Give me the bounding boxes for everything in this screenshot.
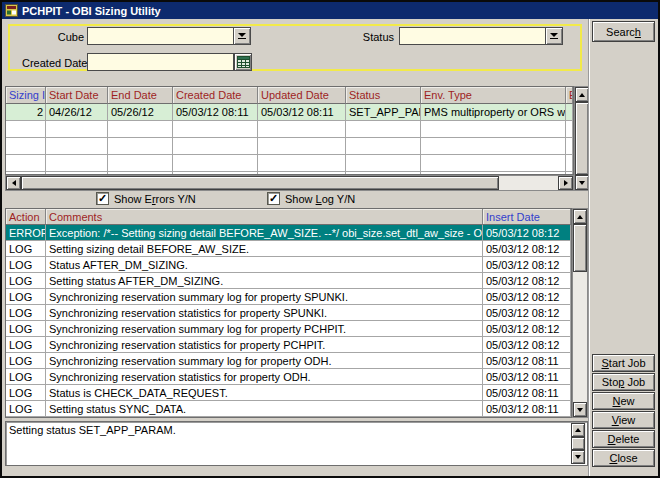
- arrow-down-icon: [579, 181, 585, 185]
- cube-dropdown[interactable]: [87, 27, 251, 45]
- table-row[interactable]: 204/26/1205/26/1205/03/12 08:1105/03/12 …: [6, 104, 573, 121]
- start-job-button[interactable]: Start Job: [592, 354, 655, 372]
- table-row[interactable]: LOGSetting sizing detail BEFORE_AW_SIZE.…: [6, 241, 571, 257]
- table-cell: [6, 155, 46, 172]
- scrollbar-thumb[interactable]: [571, 437, 585, 450]
- column-header[interactable]: Status: [346, 87, 421, 104]
- table-row-empty[interactable]: [6, 155, 573, 172]
- table-row[interactable]: LOGStatus is CHECK_DATA_REQUEST.05/03/12…: [6, 385, 571, 401]
- cube-dropdown-value[interactable]: [87, 27, 233, 45]
- new-button[interactable]: New: [592, 392, 655, 410]
- table-cell: ERROR: [6, 225, 46, 241]
- column-header[interactable]: Env. Type: [421, 87, 566, 104]
- table-cell: [346, 121, 421, 138]
- table-row[interactable]: LOGSynchronizing reservation statistics …: [6, 369, 571, 385]
- cube-dropdown-button[interactable]: [233, 27, 251, 45]
- table-cell: [566, 138, 573, 155]
- table-cell: 05/26/12: [108, 104, 173, 121]
- status-detail-box[interactable]: Setting status SET_APP_PARAM.: [5, 421, 588, 466]
- table-row-empty[interactable]: [6, 121, 573, 138]
- table-cell: [346, 138, 421, 155]
- status-dropdown-value[interactable]: [399, 27, 545, 45]
- table-cell: 05/03/12 08:12: [483, 321, 571, 337]
- calendar-button[interactable]: [234, 53, 252, 71]
- table-cell: 05/03/12 08:12: [483, 337, 571, 353]
- table-cell: LOG: [6, 385, 46, 401]
- log-vertical-scrollbar[interactable]: [572, 208, 588, 418]
- scroll-left-button[interactable]: [6, 176, 21, 190]
- table-cell: [173, 155, 258, 172]
- log-table: ActionCommentsInsert DateERRORException:…: [5, 208, 572, 418]
- table-cell: [108, 138, 173, 155]
- table-cell: [46, 138, 108, 155]
- column-header[interactable]: Updated Date: [258, 87, 346, 104]
- table-cell: [421, 155, 566, 172]
- table-row[interactable]: LOGSetting status AFTER_DM_SIZING.05/03/…: [6, 273, 571, 289]
- table-cell: [566, 104, 573, 121]
- app-window: PCHPIT - OBI Sizing Utility Cube Status …: [0, 0, 660, 478]
- column-header[interactable]: Action: [6, 209, 46, 225]
- table-cell: [108, 121, 173, 138]
- jobs-horizontal-scrollbar[interactable]: [5, 175, 574, 191]
- table-cell: 05/03/12 08:12: [483, 225, 571, 241]
- arrow-right-icon: [564, 180, 568, 186]
- arrow-up-icon: [577, 215, 583, 219]
- scrollbar-thumb[interactable]: [573, 224, 587, 272]
- table-row[interactable]: ERRORException: /*-- Setting sizing deta…: [6, 225, 571, 241]
- table-cell: 05/03/12 08:11: [258, 104, 346, 121]
- table-cell: 05/03/12 08:12: [483, 289, 571, 305]
- close-button[interactable]: Close: [592, 449, 655, 467]
- column-header[interactable]: Comments: [46, 209, 483, 225]
- table-row[interactable]: LOGSetting status SYNC_DATA.05/03/12 08:…: [6, 401, 571, 417]
- column-header[interactable]: End Date: [108, 87, 173, 104]
- scrollbar-thumb[interactable]: [575, 102, 589, 175]
- status-dropdown-button[interactable]: [545, 27, 563, 45]
- table-header-row: ActionCommentsInsert Date: [6, 209, 571, 225]
- table-row[interactable]: LOGSynchronizing reservation summary log…: [6, 353, 571, 369]
- column-header[interactable]: E: [566, 87, 573, 104]
- arrow-up-icon: [575, 428, 581, 432]
- table-cell: Status is CHECK_DATA_REQUEST.: [46, 385, 483, 401]
- status-detail-text: Setting status SET_APP_PARAM.: [9, 424, 569, 436]
- status-dropdown[interactable]: [399, 27, 563, 45]
- show-errors-checkbox[interactable]: ✓: [96, 192, 109, 205]
- column-header[interactable]: Sizing ID: [6, 87, 46, 104]
- table-cell: LOG: [6, 257, 46, 273]
- scroll-up-button[interactable]: [573, 209, 587, 224]
- scroll-down-button[interactable]: [573, 402, 587, 417]
- table-cell: [6, 138, 46, 155]
- scroll-down-button[interactable]: [571, 450, 585, 464]
- table-row[interactable]: LOGSynchronizing reservation statistics …: [6, 337, 571, 353]
- table-row[interactable]: LOGSynchronizing reservation statistics …: [6, 305, 571, 321]
- search-button[interactable]: Search: [592, 21, 655, 42]
- scrollbar-thumb[interactable]: [21, 176, 499, 190]
- detail-vertical-scrollbar[interactable]: [571, 423, 586, 464]
- scroll-right-button[interactable]: [558, 176, 573, 190]
- table-cell: [173, 138, 258, 155]
- table-cell: 05/03/12 08:12: [483, 241, 571, 257]
- column-header[interactable]: Start Date: [46, 87, 108, 104]
- show-log-label: Show Log Y/N: [285, 193, 355, 206]
- created-date-label: Created Date: [22, 57, 84, 70]
- table-cell: 05/03/12 08:11: [483, 353, 571, 369]
- stop-job-button[interactable]: Stop Job: [592, 373, 655, 391]
- scroll-down-button[interactable]: [575, 175, 589, 190]
- table-cell: Exception: /*-- Setting sizing detail BE…: [46, 225, 483, 241]
- column-header[interactable]: Insert Date: [483, 209, 571, 225]
- view-button[interactable]: View: [592, 411, 655, 429]
- created-date-input[interactable]: [87, 53, 234, 71]
- arrow-up-icon: [579, 93, 585, 97]
- table-row[interactable]: LOGSynchronizing reservation summary log…: [6, 321, 571, 337]
- arrow-down-icon: [577, 408, 583, 412]
- table-row[interactable]: LOGStatus AFTER_DM_SIZING.05/03/12 08:12: [6, 257, 571, 273]
- table-cell: SET_APP_PARAM: [346, 104, 421, 121]
- scroll-up-button[interactable]: [571, 423, 585, 437]
- scroll-up-button[interactable]: [575, 87, 589, 102]
- table-row[interactable]: LOGSynchronizing reservation summary log…: [6, 289, 571, 305]
- column-header[interactable]: Created Date: [173, 87, 258, 104]
- show-log-checkbox[interactable]: ✓: [267, 192, 280, 205]
- table-row-empty[interactable]: [6, 138, 573, 155]
- table-cell: 05/03/12 08:12: [483, 273, 571, 289]
- chevron-down-icon: [238, 33, 246, 37]
- delete-button[interactable]: Delete: [592, 430, 655, 448]
